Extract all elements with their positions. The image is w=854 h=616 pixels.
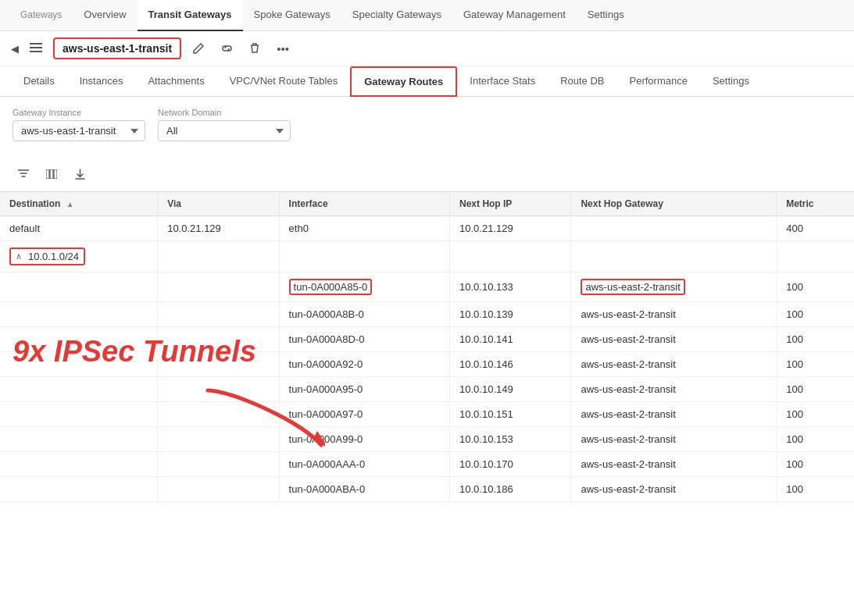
gateway-instance-select[interactable]: aws-us-east-1-transit <box>13 120 145 141</box>
sub-toolbar: ◀ aws-us-east-1-transit <box>0 31 854 66</box>
cell-next-hop-ip: 10.0.10.153 <box>450 427 571 452</box>
table-row: tun-0A000A95-0 10.0.10.149 aws-us-east-2… <box>0 377 854 402</box>
tab-attachments[interactable]: Attachments <box>135 67 216 96</box>
tab-vpc-route-tables[interactable]: VPC/VNet Route Tables <box>217 67 351 96</box>
cell-metric: 100 <box>777 352 854 377</box>
cell-next-hop-ip: 10.0.21.129 <box>450 216 571 241</box>
cell-metric: 100 <box>777 402 854 427</box>
columns-button[interactable] <box>41 163 63 185</box>
cell-next-hop-ip: 10.0.10.133 <box>450 272 571 302</box>
cell-interface: tun-0A000AAA-0 <box>279 452 449 477</box>
cell-next-hop-gateway: aws-us-east-2-transit <box>571 327 777 352</box>
cell-next-hop-gateway: aws-us-east-2-transit <box>571 402 777 427</box>
table-row: tun-0A000A99-0 10.0.10.153 aws-us-east-2… <box>0 427 854 452</box>
tab-settings[interactable]: Settings <box>700 67 762 96</box>
nav-item-specialty-gateways[interactable]: Specialty Gateways <box>341 0 452 31</box>
cell-metric: 100 <box>777 477 854 502</box>
table-row: tun-0A000A8D-0 10.0.10.141 aws-us-east-2… <box>0 327 854 352</box>
cell-next-hop-ip: 10.0.10.170 <box>450 452 571 477</box>
cell-next-hop-ip: 10.0.10.186 <box>450 477 571 502</box>
table-row: tun-0A000ABA-0 10.0.10.186 aws-us-east-2… <box>0 477 854 502</box>
cell-next-hop-ip: 10.0.10.151 <box>450 402 571 427</box>
cell-interface: tun-0A000A97-0 <box>279 402 449 427</box>
cell-interface: tun-0A000A8B-0 <box>279 302 449 327</box>
download-button[interactable] <box>69 163 91 185</box>
network-domain-select[interactable]: All <box>158 120 291 141</box>
svg-rect-0 <box>30 43 42 45</box>
routes-table: Destination ▲ Via Interface Next Hop IP … <box>0 192 854 502</box>
nav-item-overview[interactable]: Overview <box>73 0 137 31</box>
table-row: tun-0A000A92-0 10.0.10.146 aws-us-east-2… <box>0 352 854 377</box>
cell-next-hop-ip: 10.0.10.139 <box>450 302 571 327</box>
gateway-highlight-box: aws-us-east-2-transit <box>581 279 684 295</box>
svg-rect-1 <box>30 47 42 48</box>
table-row-group: ∧ 10.0.1.0/24 <box>0 241 854 272</box>
cell-destination: default <box>0 216 158 241</box>
icon-toolbar <box>0 163 854 191</box>
main-content: Gateways Overview Transit Gateways Spoke… <box>0 0 854 502</box>
top-nav: Gateways Overview Transit Gateways Spoke… <box>0 0 854 31</box>
table-row: tun-0A000A97-0 10.0.10.151 aws-us-east-2… <box>0 402 854 427</box>
cell-metric: 100 <box>777 327 854 352</box>
cell-metric: 400 <box>777 216 854 241</box>
nav-item-spoke-gateways[interactable]: Spoke Gateways <box>243 0 341 31</box>
tab-details[interactable]: Details <box>11 67 67 96</box>
back-button[interactable]: ◀ <box>11 43 19 55</box>
list-icon <box>30 43 42 54</box>
nav-item-gateways[interactable]: Gateways <box>9 0 73 31</box>
nav-item-settings[interactable]: Settings <box>577 0 635 31</box>
expand-icon: ∧ <box>16 251 22 262</box>
svg-rect-3 <box>46 169 49 179</box>
cell-next-hop-ip: 10.0.10.146 <box>450 352 571 377</box>
nav-item-gateway-management[interactable]: Gateway Management <box>452 0 577 31</box>
cell-via: 10.0.21.129 <box>158 216 279 241</box>
network-domain-label: Network Domain <box>158 108 291 117</box>
cell-next-hop-ip: 10.0.10.141 <box>450 327 571 352</box>
cell-interface: tun-0A000A95-0 <box>279 377 449 402</box>
cell-next-hop-gateway: aws-us-east-2-transit <box>571 302 777 327</box>
svg-rect-5 <box>54 169 57 179</box>
tab-gateway-routes[interactable]: Gateway Routes <box>350 66 457 97</box>
tabs: Details Instances Attachments VPC/VNet R… <box>0 66 854 97</box>
cell-metric: 100 <box>777 377 854 402</box>
col-destination[interactable]: Destination ▲ <box>0 192 158 216</box>
gateway-name: aws-us-east-1-transit <box>53 37 181 59</box>
cell-destination-group[interactable]: ∧ 10.0.1.0/24 <box>0 241 158 272</box>
col-via: Via <box>158 192 279 216</box>
cell-metric: 100 <box>777 452 854 477</box>
delete-icon[interactable] <box>244 37 266 59</box>
gateway-instance-filter: Gateway Instance aws-us-east-1-transit <box>13 108 145 141</box>
list-view-icon[interactable] <box>25 37 47 59</box>
interface-highlight-box: tun-0A000A85-0 <box>289 279 373 295</box>
gateway-instance-label: Gateway Instance <box>13 108 145 117</box>
col-next-hop-ip: Next Hop IP <box>450 192 571 216</box>
tab-route-db[interactable]: Route DB <box>548 67 616 96</box>
tab-instances[interactable]: Instances <box>67 67 136 96</box>
cell-metric: 100 <box>777 272 854 302</box>
filter-row: Gateway Instance aws-us-east-1-transit N… <box>13 108 841 141</box>
col-interface: Interface <box>279 192 449 216</box>
back-icon: ◀ <box>11 43 19 55</box>
cell-interface: tun-0A000ABA-0 <box>279 477 449 502</box>
sort-icon: ▲ <box>66 200 74 208</box>
tab-performance[interactable]: Performance <box>617 67 700 96</box>
destination-expand-box[interactable]: ∧ 10.0.1.0/24 <box>9 247 85 265</box>
cell-next-hop-gateway: aws-us-east-2-transit <box>571 272 777 302</box>
cell-interface: tun-0A000A99-0 <box>279 427 449 452</box>
cell-next-hop-gateway: aws-us-east-2-transit <box>571 352 777 377</box>
table-row: tun-0A000AAA-0 10.0.10.170 aws-us-east-2… <box>0 452 854 477</box>
cell-next-hop-gateway <box>571 216 777 241</box>
nav-item-transit-gateways[interactable]: Transit Gateways <box>138 0 243 31</box>
cell-interface: tun-0A000A92-0 <box>279 352 449 377</box>
more-icon[interactable]: ••• <box>272 37 294 59</box>
tab-interface-stats[interactable]: Interface Stats <box>457 67 548 96</box>
col-next-hop-gateway: Next Hop Gateway <box>571 192 777 216</box>
col-metric: Metric <box>777 192 854 216</box>
cell-next-hop-gateway: aws-us-east-2-transit <box>571 452 777 477</box>
cell-next-hop-gateway: aws-us-east-2-transit <box>571 477 777 502</box>
link-icon[interactable] <box>216 37 238 59</box>
edit-icon[interactable] <box>188 37 209 59</box>
table-header-row: Destination ▲ Via Interface Next Hop IP … <box>0 192 854 216</box>
svg-rect-2 <box>30 51 42 52</box>
filter-button[interactable] <box>13 163 34 185</box>
